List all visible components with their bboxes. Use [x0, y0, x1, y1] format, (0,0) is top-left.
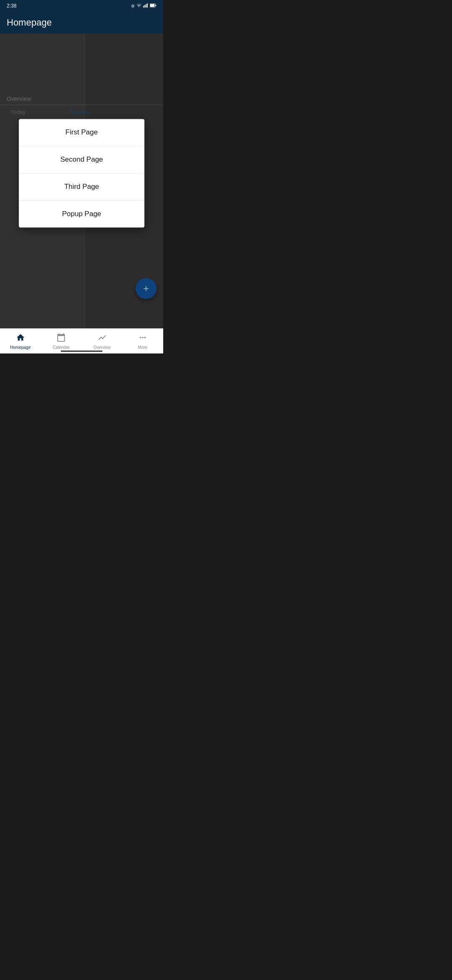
- svg-rect-6: [156, 5, 157, 6]
- nav-item-homepage[interactable]: Homepage: [0, 330, 41, 352]
- battery-icon: [150, 3, 157, 8]
- calendar-icon: [56, 333, 66, 344]
- svg-rect-2: [146, 4, 146, 8]
- nav-label-more: More: [138, 345, 148, 350]
- home-indicator: [61, 351, 103, 352]
- home-icon: [16, 333, 25, 344]
- status-time: 2:38: [7, 3, 16, 9]
- menu-item-first-page[interactable]: First Page: [19, 119, 144, 146]
- svg-rect-1: [144, 5, 145, 8]
- bottom-navigation: Homepage Calendar Overview More: [0, 328, 163, 353]
- nav-item-overview[interactable]: Overview: [82, 330, 123, 352]
- nav-item-calendar[interactable]: Calendar: [41, 330, 82, 352]
- signal-icon: [143, 3, 148, 8]
- nav-item-more[interactable]: More: [123, 330, 164, 352]
- menu-item-popup-page[interactable]: Popup Page: [19, 201, 144, 227]
- app-title: Homepage: [7, 17, 52, 28]
- overview-icon: [98, 333, 107, 344]
- gear-icon: ⚙: [131, 4, 135, 8]
- nav-label-homepage: Homepage: [10, 345, 31, 350]
- page-selection-dialog: First Page Second Page Third Page Popup …: [19, 119, 144, 227]
- nav-label-calendar: Calendar: [53, 345, 70, 350]
- wifi-icon: [136, 3, 141, 8]
- svg-rect-5: [150, 4, 154, 7]
- status-icons: ⚙: [131, 3, 157, 8]
- app-bar: Homepage: [0, 12, 163, 34]
- menu-item-second-page[interactable]: Second Page: [19, 146, 144, 173]
- menu-item-third-page[interactable]: Third Page: [19, 173, 144, 201]
- nav-label-overview: Overview: [93, 345, 111, 350]
- svg-rect-3: [147, 3, 148, 8]
- status-bar: 2:38 ⚙: [0, 0, 163, 12]
- more-icon: [138, 333, 147, 344]
- main-content: Overview Today Tuesday + First Page Seco…: [0, 34, 163, 328]
- svg-rect-0: [143, 6, 144, 8]
